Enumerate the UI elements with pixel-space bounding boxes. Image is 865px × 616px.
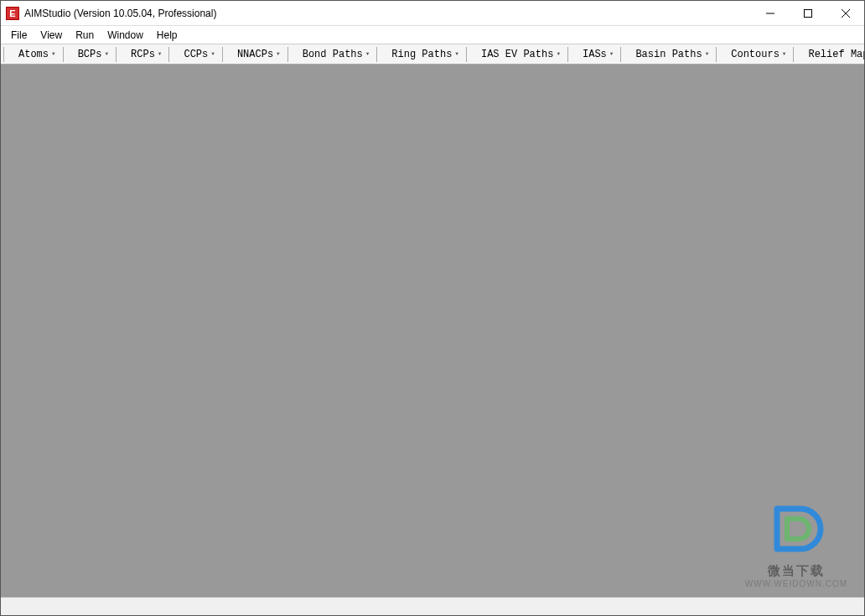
toolbar-relief-maps[interactable]: Relief Maps ▼ bbox=[800, 47, 864, 62]
toolbar-label: Relief Maps bbox=[808, 49, 864, 60]
toolbar-bcps[interactable]: BCPs ▼ bbox=[70, 47, 113, 62]
toolbar-label: BCPs bbox=[78, 49, 102, 60]
toolbar-grip[interactable] bbox=[567, 47, 572, 62]
menu-help[interactable]: Help bbox=[150, 28, 184, 43]
chevron-down-icon: ▼ bbox=[158, 51, 162, 57]
statusbar bbox=[1, 597, 864, 615]
menu-window[interactable]: Window bbox=[101, 28, 150, 43]
window-title: AIMStudio (Version 10.05.04, Professiona… bbox=[24, 8, 751, 19]
toolbar-basin-paths[interactable]: Basin Paths ▼ bbox=[627, 47, 713, 62]
app-icon: E bbox=[6, 7, 19, 20]
maximize-button[interactable] bbox=[789, 1, 826, 25]
toolbar-grip[interactable] bbox=[376, 47, 381, 62]
toolbar-grip[interactable] bbox=[63, 47, 68, 62]
toolbar-ccps[interactable]: CCPs ▼ bbox=[175, 47, 219, 62]
chevron-down-icon: ▼ bbox=[610, 51, 614, 57]
watermark-logo-icon bbox=[767, 500, 826, 559]
window-controls bbox=[751, 1, 864, 25]
svg-rect-1 bbox=[804, 9, 811, 17]
toolbar-bond-paths[interactable]: Bond Paths ▼ bbox=[294, 47, 375, 62]
toolbar-label: RCPs bbox=[131, 49, 155, 60]
toolbar-label: NNACPs bbox=[237, 49, 273, 60]
toolbar-atoms[interactable]: Atoms ▼ bbox=[10, 47, 60, 62]
toolbar: Atoms ▼ BCPs ▼ RCPs ▼ CCPs ▼ NNACPs ▼ Bo… bbox=[1, 44, 864, 65]
toolbar-grip[interactable] bbox=[716, 47, 721, 62]
watermark-url: WWW.WEIDOWN.COM bbox=[745, 579, 847, 588]
chevron-down-icon: ▼ bbox=[277, 51, 280, 57]
watermark: 微当下载 WWW.WEIDOWN.COM bbox=[745, 500, 847, 588]
menu-file[interactable]: File bbox=[4, 28, 34, 43]
chevron-down-icon: ▼ bbox=[52, 51, 55, 57]
toolbar-grip[interactable] bbox=[466, 47, 471, 62]
chevron-down-icon: ▼ bbox=[706, 51, 709, 57]
toolbar-label: Ring Paths bbox=[391, 49, 452, 60]
toolbar-grip[interactable] bbox=[222, 47, 227, 62]
toolbar-grip[interactable] bbox=[3, 47, 8, 62]
toolbar-label: IAS EV Paths bbox=[481, 49, 553, 60]
chevron-down-icon: ▼ bbox=[455, 51, 458, 57]
toolbar-iass[interactable]: IASs ▼ bbox=[574, 47, 618, 62]
titlebar: E AIMStudio (Version 10.05.04, Professio… bbox=[1, 1, 864, 26]
watermark-text: 微当下载 bbox=[745, 563, 847, 579]
menu-view[interactable]: View bbox=[34, 28, 69, 43]
toolbar-grip[interactable] bbox=[168, 47, 174, 62]
chevron-down-icon: ▼ bbox=[366, 51, 370, 57]
minimize-button[interactable] bbox=[751, 1, 789, 25]
toolbar-grip[interactable] bbox=[620, 47, 625, 62]
toolbar-label: Atoms bbox=[18, 49, 49, 60]
toolbar-grip[interactable] bbox=[287, 47, 293, 62]
toolbar-nnacps[interactable]: NNACPs ▼ bbox=[229, 47, 285, 62]
toolbar-label: CCPs bbox=[184, 49, 208, 60]
toolbar-grip[interactable] bbox=[793, 47, 798, 62]
workspace: 微当下载 WWW.WEIDOWN.COM bbox=[1, 65, 864, 597]
close-button[interactable] bbox=[826, 1, 864, 25]
toolbar-ias-ev-paths[interactable]: IAS EV Paths ▼ bbox=[473, 47, 565, 62]
toolbar-label: Basin Paths bbox=[635, 49, 702, 60]
chevron-down-icon: ▼ bbox=[211, 51, 215, 57]
toolbar-contours[interactable]: Contours ▼ bbox=[723, 47, 790, 62]
toolbar-label: Bond Paths bbox=[303, 49, 363, 60]
chevron-down-icon: ▼ bbox=[557, 51, 560, 57]
toolbar-label: IASs bbox=[583, 49, 607, 60]
toolbar-rcps[interactable]: RCPs ▼ bbox=[122, 47, 166, 62]
chevron-down-icon: ▼ bbox=[105, 51, 108, 57]
menubar: File View Run Window Help bbox=[1, 26, 864, 44]
toolbar-grip[interactable] bbox=[116, 47, 121, 62]
chevron-down-icon: ▼ bbox=[783, 51, 786, 57]
menu-run[interactable]: Run bbox=[69, 28, 101, 43]
toolbar-label: Contours bbox=[731, 49, 780, 60]
toolbar-ring-paths[interactable]: Ring Paths ▼ bbox=[383, 47, 464, 62]
